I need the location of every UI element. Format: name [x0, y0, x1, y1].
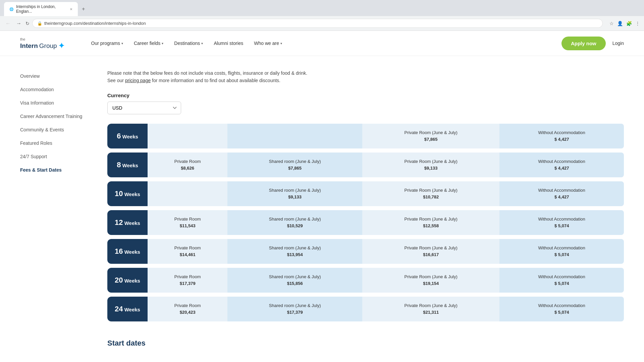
menu-icon[interactable]: ⋮: [635, 21, 640, 26]
browser-toolbar: ← → ↻ 🔒 theinterngroup.com/destination/i…: [0, 16, 644, 31]
nav-our-programs[interactable]: Our programs ▾: [91, 41, 123, 46]
price-cell-row1-col0: Private Room$8,626: [148, 153, 227, 177]
main-content: Please note that the below fees do not i…: [107, 69, 624, 348]
page: the Intern Group ✦ Our programs ▾ Career…: [0, 31, 644, 361]
price-cell-row0-col3: Without Accommodation$ 4,427: [499, 124, 624, 148]
chevron-down-icon: ▾: [280, 42, 282, 45]
price-cell-row4-col0: Private Room$14,461: [148, 239, 227, 264]
price-cell-row6-col0: Private Room$20,423: [148, 297, 227, 321]
tab-favicon: 🌐: [9, 7, 13, 11]
currency-section: Currency USD GBP EUR AUD: [107, 93, 624, 122]
active-tab[interactable]: 🌐 Internships in London, Englan... ✕: [4, 2, 78, 16]
price-cell-row3-col1: Shared room (June & July)$10,529: [227, 210, 362, 235]
nav-who-we-are[interactable]: Who we are ▾: [254, 41, 282, 46]
currency-label: Currency: [107, 93, 624, 98]
tab-close-button[interactable]: ✕: [70, 7, 72, 11]
week-cell-12: 12 Weeks: [107, 210, 148, 235]
pricing-page-link[interactable]: pricing page: [125, 78, 151, 83]
chevron-down-icon: ▾: [162, 42, 163, 45]
table-row: 24 WeeksPrivate Room$20,423Shared room (…: [107, 297, 624, 321]
price-cell-row1-col3: Without Accommodation$ 4,427: [499, 153, 624, 177]
address-bar[interactable]: 🔒 theinterngroup.com/destination/interns…: [32, 19, 603, 28]
login-link[interactable]: Login: [612, 41, 624, 46]
price-cell-row4-col3: Without Accommodation$ 5,074: [499, 239, 624, 264]
week-cell-16: 16 Weeks: [107, 239, 148, 264]
sidebar: Overview Accommodation Visa Information …: [20, 69, 87, 348]
price-cell-row2-col3: Without Accommodation$ 4,427: [499, 181, 624, 206]
profile-icon[interactable]: 👤: [617, 21, 623, 26]
sidebar-item-visa[interactable]: Visa Information: [20, 96, 87, 110]
logo-intern: Intern: [20, 42, 38, 50]
price-cell-row6-col1: Shared room (June & July)$17,379: [227, 297, 362, 321]
site-logo[interactable]: the Intern Group ✦: [20, 36, 64, 50]
logo-group: Group: [39, 42, 57, 50]
price-cell-row1-col1: Shared room (June & July)$7,865: [227, 153, 362, 177]
week-cell-10: 10 Weeks: [107, 181, 148, 206]
content-area: Overview Accommodation Visa Information …: [0, 56, 644, 361]
week-cell-20: 20 Weeks: [107, 268, 148, 293]
sidebar-item-accommodation[interactable]: Accommodation: [20, 83, 87, 96]
logo-the: the: [20, 37, 25, 41]
price-cell-row3-col0: Private Room$11,543: [148, 210, 227, 235]
toolbar-icons: ☆ 👤 🧩 ⋮: [609, 21, 640, 26]
price-cell-row4-col1: Shared room (June & July)$13,954: [227, 239, 362, 264]
price-cell-row5-col1: Shared room (June & July)$15,856: [227, 268, 362, 293]
nav-actions: Apply now Login: [561, 37, 624, 50]
sidebar-item-community-events[interactable]: Community & Events: [20, 123, 87, 136]
sidebar-item-support[interactable]: 24/7 Support: [20, 150, 87, 163]
currency-select[interactable]: USD GBP EUR AUD: [107, 102, 181, 114]
price-cell-row2-col1: Shared room (June & July)$9,133: [227, 181, 362, 206]
sidebar-item-featured-roles[interactable]: Featured Roles: [20, 136, 87, 150]
tab-bar: 🌐 Internships in London, Englan... ✕ +: [0, 0, 644, 16]
table-row: 10 WeeksShared room (June & July)$9,133P…: [107, 181, 624, 206]
logo-icon: ✦: [58, 42, 64, 50]
price-cell-row3-col3: Without Accommodation$ 5,074: [499, 210, 624, 235]
notice-text: Please note that the below fees do not i…: [107, 69, 624, 84]
table-row: 20 WeeksPrivate Room$17,379Shared room (…: [107, 268, 624, 293]
start-dates-title: Start dates: [107, 339, 624, 348]
price-cell-row3-col2: Private Room (June & July)$12,558: [362, 210, 499, 235]
apply-now-button[interactable]: Apply now: [561, 37, 606, 50]
site-header: the Intern Group ✦ Our programs ▾ Career…: [0, 31, 644, 56]
price-cell-row0-col2: Private Room (June & July)$7,865: [362, 124, 499, 148]
nav-alumni-stories[interactable]: Alumni stories: [214, 41, 243, 46]
logo-text-block: the Intern Group ✦: [20, 36, 64, 50]
browser-chrome: 🌐 Internships in London, Englan... ✕ + ←…: [0, 0, 644, 31]
sidebar-item-career-advancement[interactable]: Career Advancement Training: [20, 110, 87, 123]
url-text: theinterngroup.com/destination/internshi…: [44, 21, 146, 26]
table-row: 12 WeeksPrivate Room$11,543Shared room (…: [107, 210, 624, 235]
price-cell-row5-col0: Private Room$17,379: [148, 268, 227, 293]
chevron-down-icon: ▾: [121, 42, 123, 45]
price-cell-row5-col3: Without Accommodation$ 5,074: [499, 268, 624, 293]
sidebar-item-overview[interactable]: Overview: [20, 69, 87, 83]
nav-career-fields[interactable]: Career fields ▾: [134, 41, 163, 46]
table-row: 6 WeeksPrivate Room (June & July)$7,865W…: [107, 124, 624, 148]
table-row: 16 WeeksPrivate Room$14,461Shared room (…: [107, 239, 624, 264]
week-cell-8: 8 Weeks: [107, 153, 148, 177]
price-cell-row5-col2: Private Room (June & July)$19,154: [362, 268, 499, 293]
price-cell-row0-col0: [148, 124, 227, 148]
main-nav: Our programs ▾ Career fields ▾ Destinati…: [91, 41, 561, 46]
refresh-button[interactable]: ↻: [25, 21, 30, 26]
price-cell-row0-col1: [227, 124, 362, 148]
tab-title: Internships in London, Englan...: [16, 4, 67, 14]
table-row: 8 WeeksPrivate Room$8,626Shared room (Ju…: [107, 153, 624, 177]
week-cell-24: 24 Weeks: [107, 297, 148, 321]
chevron-down-icon: ▾: [201, 42, 203, 45]
browser-nav: ← → ↻: [4, 19, 30, 28]
price-cell-row6-col3: Without Accommodation$ 5,074: [499, 297, 624, 321]
sidebar-item-fees[interactable]: Fees & Start Dates: [20, 163, 87, 177]
price-cell-row2-col0: [148, 181, 227, 206]
bookmark-icon[interactable]: ☆: [609, 21, 614, 26]
week-cell-6: 6 Weeks: [107, 124, 148, 148]
pricing-table: 6 WeeksPrivate Room (June & July)$7,865W…: [107, 122, 624, 325]
back-button[interactable]: ←: [4, 19, 12, 28]
nav-destinations[interactable]: Destinations ▾: [174, 41, 203, 46]
extensions-icon[interactable]: 🧩: [626, 21, 632, 26]
price-cell-row2-col2: Private Room (June & July)$10,782: [362, 181, 499, 206]
new-tab-button[interactable]: +: [78, 2, 88, 16]
price-cell-row6-col2: Private Room (June & July)$21,311: [362, 297, 499, 321]
forward-button[interactable]: →: [15, 19, 23, 28]
price-cell-row1-col2: Private Room (June & July)$9,133: [362, 153, 499, 177]
price-cell-row4-col2: Private Room (June & July)$16,617: [362, 239, 499, 264]
